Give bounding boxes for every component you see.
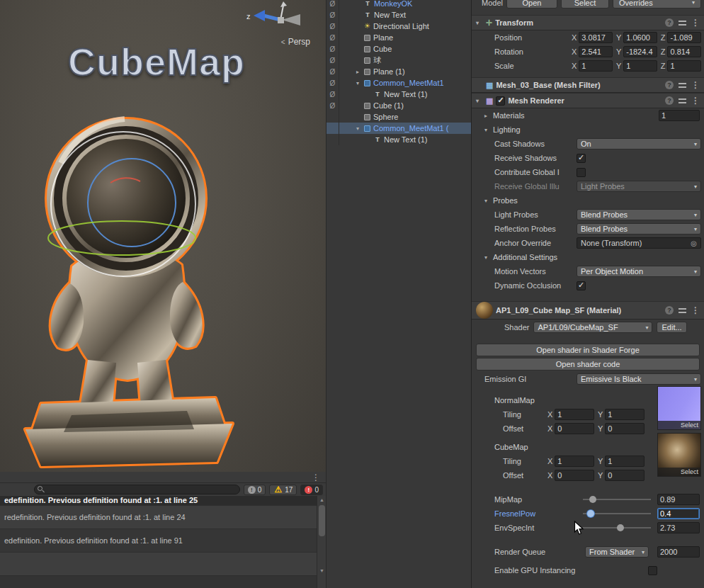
light-probes-dropdown[interactable]: Blend Probes ▾ (577, 209, 701, 220)
mesh-renderer-header[interactable]: ▾ ▦ Mesh Renderer ⋮ (472, 93, 704, 108)
materials-count-field[interactable]: 1 (659, 110, 700, 121)
render-queue-dropdown[interactable]: From Shader ▾ (585, 546, 649, 558)
normalmap-offset-y-field[interactable]: 0 (605, 423, 645, 434)
foldout-icon[interactable]: ▾ (476, 20, 483, 26)
context-menu-icon[interactable]: ⋮ (691, 80, 700, 90)
envspecint-value-field[interactable]: 2.73 (657, 522, 700, 533)
console-menu-icon[interactable]: ⋮ (312, 472, 320, 483)
prefab-overrides-dropdown[interactable]: Overrides▾ (613, 0, 701, 9)
fresnelpow-slider[interactable] (583, 513, 651, 514)
hierarchy-item[interactable]: Ø 球 (327, 55, 471, 66)
receive-shadows-checkbox[interactable] (577, 154, 586, 163)
visibility-icon[interactable]: Ø (330, 23, 336, 30)
expand-icon[interactable]: ▸ (484, 113, 493, 119)
prefab-select-button[interactable]: Select (561, 0, 609, 9)
cubemap-offset-x-field[interactable]: 0 (555, 470, 594, 481)
context-menu-icon[interactable]: ⋮ (691, 305, 700, 315)
hierarchy-item[interactable]: Ø Cube (327, 43, 471, 55)
console-message[interactable]: redefinition. Previous definition found … (0, 506, 317, 529)
emission-gi-dropdown[interactable]: Emissive Is Black ▾ (577, 373, 701, 385)
hierarchy-item[interactable]: Ø ▸ Plane (1) (327, 66, 471, 77)
slider-handle[interactable] (617, 524, 624, 531)
reflection-probes-dropdown[interactable]: Blend Probes ▾ (577, 223, 701, 234)
console-search-input[interactable] (34, 485, 240, 494)
cubemap-select-button[interactable]: Select (658, 468, 700, 476)
visibility-icon[interactable]: Ø (330, 102, 336, 110)
cubemap-texture-preview[interactable]: Select (657, 433, 701, 477)
help-icon[interactable] (665, 18, 674, 27)
mipmap-value-field[interactable]: 0.89 (657, 494, 700, 505)
fresnelpow-value-field[interactable]: 0.4 (657, 508, 700, 519)
material-header[interactable]: AP1_L09_Cube Map_SF (Material) ⋮ (472, 301, 704, 320)
lighting-group[interactable]: ▾ Lighting (472, 123, 704, 137)
motion-vectors-dropdown[interactable]: Per Object Motion ▾ (577, 266, 701, 277)
scale-z-field[interactable]: 1 (667, 60, 701, 72)
prefab-open-button[interactable]: Open (506, 0, 557, 9)
visibility-icon[interactable]: Ø (330, 57, 336, 64)
cubemap-tiling-y-field[interactable]: 1 (605, 456, 645, 467)
normalmap-texture-preview[interactable]: Select (657, 386, 701, 430)
hierarchy-item[interactable]: Ø New Text (1) (327, 89, 471, 100)
probes-group[interactable]: ▾ Probes (472, 193, 704, 208)
help-icon[interactable] (665, 81, 674, 89)
component-enabled-checkbox[interactable] (496, 96, 505, 106)
console-scrollbar[interactable]: ▲ ▼ (317, 496, 326, 588)
shader-dropdown[interactable]: AP1/L09/CubeMap_SF ▾ (533, 322, 652, 333)
collapse-icon[interactable]: ▾ (356, 125, 364, 132)
transform-header[interactable]: ▾ ✛ Transform ⋮ (472, 15, 704, 30)
rotation-x-field[interactable]: 2.541 (579, 46, 613, 57)
cubemap-tiling-x-field[interactable]: 1 (555, 456, 594, 467)
position-z-field[interactable]: -1.089 (667, 32, 701, 43)
hierarchy-item[interactable]: Sphere (327, 111, 471, 123)
perspective-toggle[interactable]: < Persp (281, 37, 310, 47)
console-log-toggle[interactable]: ! 0 (244, 485, 266, 495)
normalmap-select-button[interactable]: Select (658, 421, 700, 429)
context-menu-icon[interactable]: ⋮ (691, 18, 700, 28)
presets-icon[interactable] (679, 98, 686, 104)
presets-icon[interactable] (679, 82, 686, 89)
presets-icon[interactable] (679, 307, 686, 314)
visibility-icon[interactable]: Ø (330, 68, 336, 76)
dynamic-occlusion-checkbox[interactable] (577, 281, 586, 290)
hierarchy-item[interactable]: Ø Plane (327, 32, 471, 43)
hierarchy-item[interactable]: New Text (1) (327, 134, 471, 145)
scale-x-field[interactable]: 1 (579, 60, 613, 72)
anchor-override-object-field[interactable]: None (Transform) ◎ (577, 237, 701, 249)
hierarchy-item-selected[interactable]: ▾ Common_MeetMat1 ( (327, 123, 471, 134)
console-message[interactable]: edefinition. Previous definition found a… (0, 529, 317, 553)
hierarchy-item[interactable]: Ø MonkeyOK (327, 0, 471, 9)
context-menu-icon[interactable]: ⋮ (691, 96, 700, 106)
envspecint-slider[interactable] (583, 527, 651, 528)
hierarchy-item[interactable]: Ø ▾ Common_MeetMat1 (327, 77, 471, 89)
visibility-icon[interactable]: Ø (330, 79, 336, 87)
open-shader-code-button[interactable]: Open shader code (476, 358, 700, 371)
collapse-icon[interactable]: ▾ (484, 198, 493, 204)
open-shader-forge-button[interactable]: Open shader in Shader Forge (476, 344, 700, 356)
normalmap-tiling-y-field[interactable]: 1 (605, 409, 645, 420)
visibility-icon[interactable]: Ø (330, 34, 336, 42)
rotation-z-field[interactable]: 0.814 (667, 46, 701, 57)
console-message[interactable]: edefinition. Previous definition found a… (0, 496, 317, 506)
expand-icon[interactable]: ▸ (356, 69, 364, 75)
scrollbar-thumb[interactable] (319, 505, 325, 536)
slider-handle[interactable] (589, 496, 596, 503)
gpu-instancing-checkbox[interactable] (648, 566, 657, 575)
collapse-icon[interactable]: ▾ (484, 254, 493, 261)
cast-shadows-dropdown[interactable]: On ▾ (577, 138, 701, 149)
help-icon[interactable] (665, 96, 674, 105)
hierarchy-item[interactable]: Ø Cube (1) (327, 100, 471, 111)
scale-y-field[interactable]: 1 (623, 60, 657, 72)
rotation-y-field[interactable]: -1824.4 (623, 46, 657, 57)
visibility-icon[interactable]: Ø (330, 45, 336, 53)
scene-3d-text[interactable]: CubeMap (68, 40, 245, 84)
materials-row[interactable]: ▸ Materials 1 (472, 108, 704, 123)
scene-orientation-gizmo[interactable]: z (245, 0, 310, 35)
mesh-filter-header[interactable]: ▦ Mesh_03_Base (Mesh Filter) ⋮ (472, 77, 704, 93)
collapse-icon[interactable]: ▾ (356, 80, 364, 86)
render-queue-number-field[interactable]: 2000 (657, 546, 700, 558)
additional-settings-group[interactable]: ▾ Additional Settings (472, 250, 704, 264)
hierarchy-item[interactable]: Ø Directional Light (327, 21, 471, 32)
scene-view[interactable]: CubeMap (0, 0, 326, 472)
console-warning-toggle[interactable]: ⚠ 17 (269, 485, 297, 495)
console-error-toggle[interactable]: ! 0 (300, 485, 323, 495)
